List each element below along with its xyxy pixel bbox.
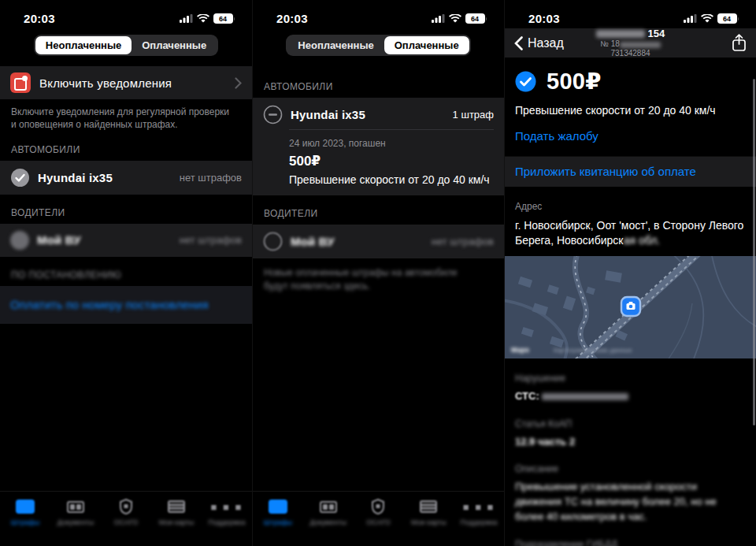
tab-documents[interactable]: Документы (303, 498, 354, 546)
battery-icon: 64 (465, 13, 487, 24)
notification-app-icon (10, 72, 31, 93)
car-title: Hyundai ix35 (38, 171, 172, 184)
map-logo: Maps (511, 346, 529, 354)
paid-footer-note: Новые оплаченные штрафы на автомобиле бу… (253, 258, 487, 293)
fine-item[interactable]: 24 июл 2023, погашен 500₽ Превышение ско… (253, 129, 504, 195)
cellular-signal-icon (432, 14, 445, 23)
pay-by-resolution-row[interactable]: Оплатить по номеру постановления (0, 286, 252, 324)
battery-icon: 64 (213, 13, 235, 24)
offender-value: СТС: (505, 384, 756, 404)
gibdd-unit-label: Подразделение ГИБДД (505, 525, 756, 546)
wifi-icon (449, 14, 461, 23)
enable-notifications-banner[interactable]: Включить уведомления (0, 66, 252, 99)
tab-paid[interactable]: Оплаченные (384, 36, 469, 54)
list-icon (420, 498, 437, 515)
car-fines-count: 1 штраф (453, 109, 494, 121)
screen-fine-detail: 20:03 64 Назад 154 № 18731342884 500₽ Пр… (504, 0, 756, 546)
wifi-icon (197, 14, 209, 23)
tab-fines[interactable]: Штрафы (253, 498, 303, 546)
fine-description: Превышение скорости от 20 до 40 км/ч (289, 173, 494, 186)
battery-percent: 64 (717, 13, 737, 24)
screen-unpaid-list: 20:03 64 Неоплаченные Оплаченные Включит… (0, 0, 252, 546)
address-value: г. Новосибирск, Оот 'мост', в Сторону Ле… (505, 212, 756, 256)
status-icons: 64 (180, 13, 235, 25)
tab-cards[interactable]: Мои карты (403, 498, 454, 546)
pay-by-resolution-link[interactable]: Оплатить по номеру постановления (10, 298, 209, 311)
clock: 20:03 (276, 12, 308, 25)
section-drivers: ВОДИТЕЛИ (0, 207, 252, 218)
scrollbar[interactable] (753, 79, 755, 425)
status-icons: 64 (432, 13, 487, 25)
status-bar: 20:03 64 (505, 0, 756, 28)
segmented-control: Неоплаченные Оплаченные (34, 35, 218, 56)
battery-percent: 64 (213, 13, 233, 24)
paid-check-icon (515, 71, 536, 92)
car-row[interactable]: Hyundai ix35 1 штраф (253, 98, 504, 129)
tab-unpaid[interactable]: Неоплаченные (287, 36, 384, 54)
back-button[interactable]: Назад (514, 36, 582, 50)
status-icons: 64 (684, 13, 739, 25)
masked-number (620, 42, 661, 48)
chevron-left-icon (514, 36, 523, 50)
check-circle-icon (10, 168, 30, 188)
file-complaint-link[interactable]: Подать жалобу (515, 129, 598, 143)
segmented-control: Неоплаченные Оплаченные (286, 35, 470, 56)
camera-marker (621, 297, 640, 316)
driver-status: нет штрафов (180, 234, 242, 246)
driver-row[interactable]: Мой ВУ нет штрафов (0, 224, 252, 257)
fines-icon (269, 498, 287, 515)
tab-osago[interactable]: ОСАГО (354, 498, 404, 546)
description-value: Превышение установленной скорости движен… (505, 474, 750, 525)
shield-icon (371, 498, 385, 515)
fine-amount: 500₽ (547, 68, 602, 95)
tab-bar: Штрафы Документы ОСАГО Мои карты ■ ■ ■ П… (253, 491, 504, 546)
map-legal-link[interactable]: Картографические данные (554, 347, 632, 354)
map-canvas (505, 256, 756, 358)
battery-icon: 64 (717, 13, 739, 24)
fines-filter: Неоплаченные Оплаченные (253, 28, 504, 64)
clock: 20:03 (24, 12, 55, 25)
fine-date: 24 июл 2023, погашен (289, 138, 494, 149)
offender-label: Нарушение (505, 358, 756, 384)
driver-avatar (10, 231, 29, 250)
driver-title: Мой ВУ (37, 233, 172, 247)
map[interactable]: Maps Картографические данные (505, 256, 756, 358)
tab-documents[interactable]: Документы (50, 498, 101, 546)
article-value: 12.9 часть 2 (505, 429, 756, 450)
driver-title: Мой ВУ (291, 235, 424, 248)
masked-sts-number (542, 393, 628, 400)
driver-row[interactable]: Мой ВУ нет штрафов (253, 225, 504, 258)
nav-title: 154 № 18731342884 (582, 28, 679, 58)
section-drivers: ВОДИТЕЛИ (253, 208, 504, 219)
tab-unpaid[interactable]: Неоплаченные (35, 36, 132, 54)
tab-support[interactable]: ■ ■ ■ Поддержка (454, 498, 504, 546)
shield-icon (119, 498, 133, 515)
masked-title (596, 30, 645, 38)
collapse-circle-icon (263, 105, 283, 124)
banner-label: Включить уведомления (39, 76, 226, 90)
fines-icon (16, 498, 35, 515)
nav-bar: Назад 154 № 18731342884 (505, 28, 756, 58)
tab-osago[interactable]: ОСАГО (101, 498, 151, 546)
ellipsis-icon: ■ ■ ■ (211, 498, 243, 515)
battery-percent: 64 (465, 13, 485, 24)
list-icon (168, 498, 185, 515)
car-row[interactable]: Hyundai ix35 нет штрафов (0, 161, 252, 195)
fine-amount: 500₽ (289, 153, 494, 169)
documents-icon (320, 498, 337, 515)
clock: 20:03 (528, 12, 560, 25)
tab-fines[interactable]: Штрафы (0, 498, 50, 546)
share-icon[interactable] (732, 34, 747, 52)
status-bar: 20:03 64 (253, 0, 504, 28)
driver-status: нет штрафов (432, 236, 494, 247)
attach-receipt-link[interactable]: Приложить квитанцию об оплате (515, 165, 696, 178)
attach-receipt-row[interactable]: Приложить квитанцию об оплате (505, 156, 756, 187)
tab-support[interactable]: ■ ■ ■ Поддержка (202, 498, 252, 546)
tab-cards[interactable]: Мои карты (151, 498, 202, 546)
tab-paid[interactable]: Оплаченные (132, 36, 217, 54)
description-label: Описание (505, 449, 756, 474)
documents-icon (67, 498, 84, 515)
wifi-icon (701, 14, 713, 23)
cellular-signal-icon (180, 14, 193, 23)
fine-amount-row: 500₽ (505, 58, 756, 98)
